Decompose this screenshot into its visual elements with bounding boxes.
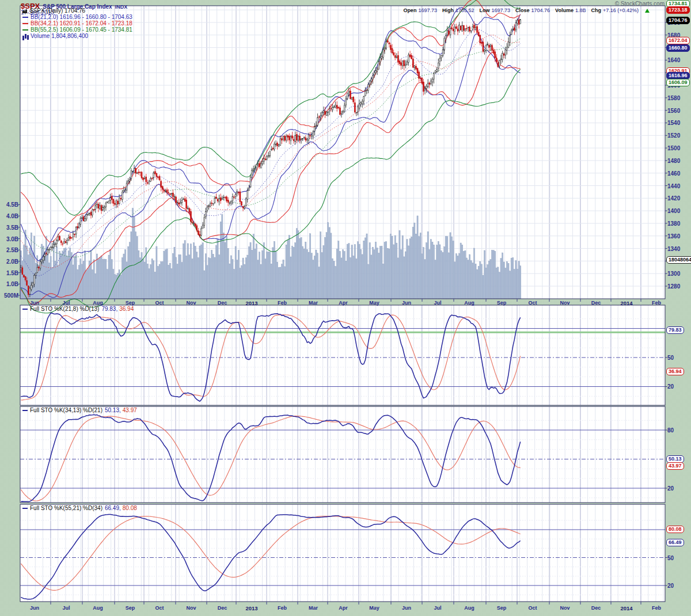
stockcharts-page: $SPXS&P 500 Large Cap IndexINDX 17-Sep-2… bbox=[0, 0, 691, 616]
panel-backgrounds bbox=[20, 6, 665, 602]
price-and-stochastics-chart-svg bbox=[0, 0, 691, 616]
